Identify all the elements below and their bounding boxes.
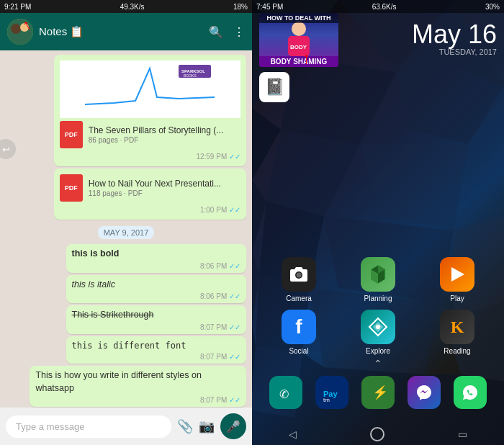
msg-strike: This is Strikethrough 8:07 PM ✓✓ bbox=[66, 305, 247, 334]
pdf-icon-2: PDF bbox=[60, 174, 83, 202]
msg-bold-time: 8:06 PM ✓✓ bbox=[72, 262, 241, 270]
msg-mono-text: this is different font bbox=[72, 340, 241, 352]
android-date: May 16 bbox=[412, 22, 497, 48]
app-play[interactable]: Play bbox=[436, 257, 479, 302]
msg-styles-time: 8:07 PM ✓✓ bbox=[35, 396, 240, 404]
svg-text:✆: ✆ bbox=[279, 388, 289, 400]
svg-point-31 bbox=[297, 273, 302, 278]
app-planning[interactable]: Planning bbox=[356, 257, 400, 302]
app-grid: Camera Planning bbox=[252, 257, 504, 362]
dock-messenger[interactable] bbox=[408, 376, 441, 409]
message-input[interactable]: Type a message bbox=[6, 415, 171, 438]
explore-app-icon bbox=[361, 310, 395, 344]
msg-strike-time: 8:07 PM ✓✓ bbox=[72, 323, 241, 331]
app-social[interactable]: f Social bbox=[277, 310, 320, 355]
svg-marker-15 bbox=[360, 144, 468, 230]
msg-bold-text: this is bold bbox=[72, 248, 241, 261]
msg-italic-text: this is italic bbox=[72, 279, 241, 292]
dock-whatsapp[interactable] bbox=[454, 376, 487, 409]
pdf-name-1: The Seven Pillars of Storytelling (... bbox=[89, 125, 223, 137]
red-arrow-android: ↑ bbox=[302, 49, 310, 68]
video-subtitle: BODY SHAMING bbox=[259, 56, 338, 67]
home-button[interactable] bbox=[370, 427, 384, 441]
pdf-message-2: PDF How to Nail Your Next Presentati... … bbox=[54, 168, 246, 220]
reading-app-icon: K bbox=[440, 310, 474, 344]
chat-messages: ↩ SPARKSOL BOOKS PDF bbox=[0, 50, 252, 408]
msg-time-2: 1:00 PM ✓✓ bbox=[60, 206, 240, 214]
chevron-up-icon: ⌃ bbox=[374, 358, 382, 369]
android-dock: ✆ Pay tm ⚡ bbox=[252, 376, 504, 409]
reading-label: Reading bbox=[444, 347, 470, 355]
attachment-icon[interactable]: 📎 bbox=[177, 418, 193, 434]
pdf-chart-preview: SPARKSOL BOOKS bbox=[60, 60, 240, 118]
notebook-app-icon[interactable]: 📓 bbox=[259, 72, 289, 102]
svg-point-27 bbox=[292, 22, 306, 36]
forward-icon[interactable]: ↩ bbox=[0, 139, 16, 159]
android-battery: 30% bbox=[485, 3, 500, 11]
camera-app-icon bbox=[282, 257, 316, 292]
dock-paym[interactable]: Pay tm bbox=[315, 376, 348, 409]
chat-title: Notes 📋 bbox=[39, 25, 203, 38]
msg-bold: this is bold 8:06 PM ✓✓ bbox=[66, 244, 247, 273]
android-network: 63.6K/s bbox=[372, 3, 397, 11]
dock-phone[interactable]: ✆ bbox=[269, 376, 302, 409]
dock-freecharge[interactable]: ⚡ bbox=[361, 376, 395, 409]
msg-mono: this is different font 8:07 PM ✓✓ bbox=[66, 336, 247, 364]
video-overlay[interactable]: HOW TO DEAL WITH BODY BODY SHAMING bbox=[259, 13, 338, 67]
android-date-area: May 16 TUESDAY, 2017 bbox=[412, 22, 497, 56]
planning-label: Planning bbox=[364, 295, 392, 302]
app-camera[interactable]: Camera bbox=[277, 257, 320, 302]
msg-italic-time: 8:06 PM ✓✓ bbox=[72, 292, 241, 300]
explore-label: Explore bbox=[366, 347, 390, 355]
svg-marker-32 bbox=[451, 267, 464, 282]
pdf-icon-1: PDF bbox=[60, 121, 83, 148]
recents-button[interactable]: ▭ bbox=[458, 428, 467, 440]
svg-text:BOOKS: BOOKS bbox=[184, 73, 197, 78]
wa-network: 49.3K/s bbox=[120, 3, 145, 11]
svg-marker-11 bbox=[281, 58, 396, 144]
svg-text:tm: tm bbox=[323, 397, 330, 403]
camera-label: Camera bbox=[286, 295, 312, 302]
app-reading[interactable]: K Reading bbox=[436, 310, 479, 355]
whatsapp-panel: 9:21 PM 49.3K/s 18% ↑ Notes 📋 🔍 ⋮ bbox=[0, 0, 252, 445]
msg-mono-time: 8:07 PM ✓✓ bbox=[72, 353, 241, 361]
msg-styles: This is how you write in different style… bbox=[30, 366, 246, 407]
notebook-icon: 📓 bbox=[259, 72, 289, 102]
wa-header-icons: 🔍 ⋮ bbox=[209, 25, 245, 39]
svg-point-1 bbox=[11, 24, 21, 34]
pdf-info-2: How to Nail Your Next Presentati... 118 … bbox=[89, 179, 221, 198]
back-button[interactable]: ◁ bbox=[289, 428, 297, 440]
pdf-header-2: PDF How to Nail Your Next Presentati... … bbox=[60, 174, 240, 202]
pdf-meta-2: 118 pages · PDF bbox=[89, 189, 221, 197]
msg-strike-text: This is Strikethrough bbox=[72, 309, 241, 322]
wa-battery: 18% bbox=[233, 3, 248, 11]
msg-time-1: 12:59 PM ✓✓ bbox=[60, 153, 240, 161]
wa-status-bar: 9:21 PM 49.3K/s 18% bbox=[0, 0, 252, 13]
msg-italic: this is italic 8:06 PM ✓✓ bbox=[66, 275, 247, 304]
android-status-bar: 7:45 PM 63.6K/s 30% bbox=[252, 0, 504, 13]
svg-point-35 bbox=[376, 325, 380, 329]
android-home-panel: 7:45 PM 63.6K/s 30% HOW TO DEAL WITH BOD… bbox=[252, 0, 504, 445]
app-row-1: Camera Planning bbox=[259, 257, 497, 302]
video-thumbnail[interactable]: HOW TO DEAL WITH BODY BODY SHAMING bbox=[259, 13, 338, 67]
pdf-header-1: PDF The Seven Pillars of Storytelling (.… bbox=[60, 121, 240, 148]
menu-icon[interactable]: ⋮ bbox=[233, 25, 245, 39]
msg-styles-text: This is how you write in different style… bbox=[35, 369, 240, 395]
wa-chat-header: ↑ Notes 📋 🔍 ⋮ bbox=[0, 13, 252, 50]
planning-app-icon bbox=[361, 257, 395, 292]
app-explore[interactable]: Explore bbox=[356, 310, 400, 355]
pdf-info-1: The Seven Pillars of Storytelling (... 8… bbox=[89, 125, 223, 145]
mic-button[interactable]: 🎤 bbox=[220, 413, 246, 439]
social-app-icon: f bbox=[282, 310, 316, 344]
date-divider-may9: MAY 9, 2017 bbox=[6, 225, 246, 238]
camera-input-icon[interactable]: 📷 bbox=[199, 418, 215, 434]
wa-time: 9:21 PM bbox=[4, 3, 31, 11]
social-label: Social bbox=[289, 347, 308, 355]
pdf-meta-1: 86 pages · PDF bbox=[89, 136, 223, 144]
swipe-up-indicator[interactable]: ⌃ bbox=[252, 358, 504, 369]
search-icon[interactable]: 🔍 bbox=[209, 25, 223, 39]
pdf-bubble-1: SPARKSOL BOOKS PDF The Seven Pillars of … bbox=[54, 55, 246, 166]
app-row-2: f Social Explore K Reading bbox=[259, 310, 497, 355]
video-title: HOW TO DEAL WITH bbox=[259, 13, 338, 23]
play-label: Play bbox=[450, 295, 464, 302]
